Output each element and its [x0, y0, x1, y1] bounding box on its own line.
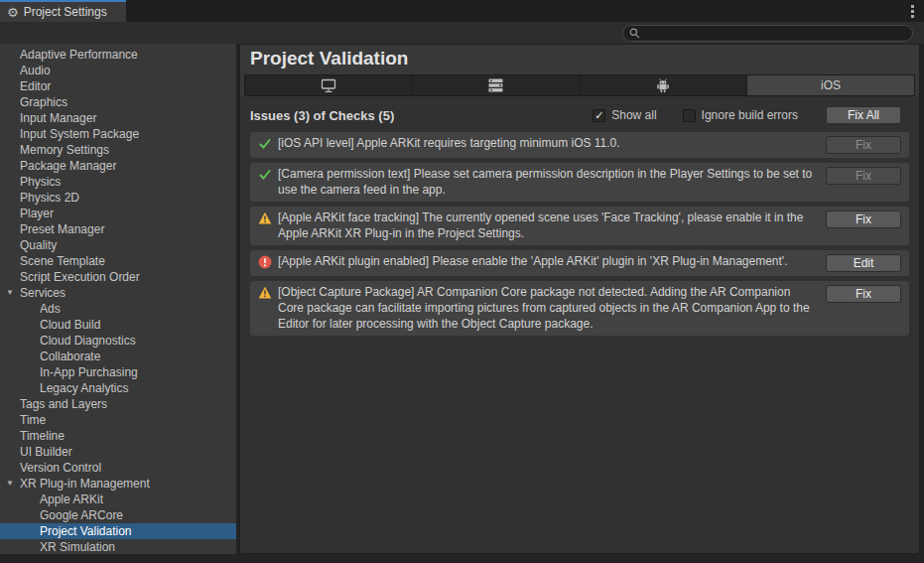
sidebar-item-label: XR Simulation	[40, 540, 115, 554]
sidebar-item-version-control[interactable]: Version Control	[0, 460, 236, 476]
sidebar-item-tags-and-layers[interactable]: Tags and Layers	[0, 396, 236, 412]
sidebar-item-timeline[interactable]: Timeline	[0, 428, 236, 444]
project-settings-window: ⚙ Project Settings Adaptive PerformanceA…	[0, 0, 924, 563]
success-check-icon	[258, 137, 272, 151]
sidebar-item-project-validation[interactable]: Project Validation	[0, 523, 236, 539]
sidebar-item-apple-arkit[interactable]: Apple ARKit	[0, 492, 236, 507]
window-body: Adaptive PerformanceAudioEditorGraphicsI…	[0, 44, 924, 563]
sidebar-item-label: Timeline	[20, 429, 65, 443]
issue-text: [Apple ARKit plugin enabled] Please enab…	[278, 253, 814, 269]
sidebar-item-player[interactable]: Player	[0, 206, 236, 221]
sidebar-item-label: Tags and Layers	[20, 397, 107, 411]
ignore-build-errors-toggle[interactable]: Ignore build errors	[683, 108, 798, 122]
fix-button[interactable]: Fix	[826, 285, 901, 303]
sidebar-item-scene-template[interactable]: Scene Template	[0, 253, 236, 269]
sidebar-item-package-manager[interactable]: Package Manager	[0, 158, 236, 174]
tab-dedicated-server[interactable]	[413, 74, 581, 96]
sidebar-item-label: Project Validation	[40, 524, 132, 538]
sidebar-item-label: Player	[20, 207, 54, 220]
success-check-icon	[258, 168, 272, 182]
fix-button: Fix	[826, 136, 901, 154]
show-all-toggle[interactable]: Show all	[593, 108, 656, 122]
sidebar-item-ads[interactable]: Ads	[0, 301, 236, 317]
sidebar-item-editor[interactable]: Editor	[0, 78, 236, 94]
sidebar-item-label: Input System Package	[20, 127, 139, 141]
fix-button: Fix	[826, 167, 901, 185]
gear-icon: ⚙	[7, 6, 19, 19]
sidebar-item-collaborate[interactable]: Collaborate	[0, 349, 236, 364]
fix-all-button[interactable]: Fix All	[826, 106, 901, 124]
foldout-triangle-icon[interactable]: ▼	[6, 285, 14, 301]
sidebar-item-label: Adaptive Performance	[20, 48, 138, 62]
sidebar-item-label: Legacy Analytics	[40, 381, 128, 395]
sidebar-item-input-system-package[interactable]: Input System Package	[0, 126, 236, 142]
sidebar-item-label: Google ARCore	[40, 508, 123, 522]
sidebar-item-label: XR Plug-in Management	[20, 477, 150, 491]
toolbar	[0, 22, 924, 44]
sidebar-item-input-manager[interactable]: Input Manager	[0, 110, 236, 126]
sidebar-item-cloud-diagnostics[interactable]: Cloud Diagnostics	[0, 333, 236, 349]
pane-header: Project Validation iOS	[240, 45, 919, 96]
window-tab-project-settings[interactable]: ⚙ Project Settings	[0, 0, 126, 22]
settings-sidebar: Adaptive PerformanceAudioEditorGraphicsI…	[0, 44, 236, 554]
sidebar-item-graphics[interactable]: Graphics	[0, 94, 236, 110]
kebab-menu-icon[interactable]	[911, 5, 915, 20]
sidebar-item-services[interactable]: ▼Services	[0, 285, 236, 301]
sidebar-item-physics[interactable]: Physics	[0, 174, 236, 190]
sidebar-item-script-execution-order[interactable]: Script Execution Order	[0, 269, 236, 285]
sidebar-item-preset-manager[interactable]: Preset Manager	[0, 221, 236, 237]
sidebar-item-label: Scene Template	[20, 254, 105, 268]
sidebar-item-label: In-App Purchasing	[40, 365, 138, 379]
sidebar-item-label: Package Manager	[20, 159, 116, 173]
sidebar-item-legacy-analytics[interactable]: Legacy Analytics	[0, 380, 236, 396]
sidebar-item-label: Editor	[20, 79, 51, 93]
sidebar-item-cloud-build[interactable]: Cloud Build	[0, 317, 236, 333]
sidebar-item-ui-builder[interactable]: UI Builder	[0, 444, 236, 460]
issue-row: [Apple ARKit face tracking] The currentl…	[250, 207, 909, 245]
sidebar-item-physics-2d[interactable]: Physics 2D	[0, 190, 236, 206]
sidebar-item-label: Physics	[20, 175, 61, 189]
sidebar-item-label: Graphics	[20, 95, 67, 109]
sidebar-item-label: UI Builder	[20, 445, 72, 459]
sidebar-item-google-arcore[interactable]: Google ARCore	[0, 507, 236, 523]
sidebar-item-xr-plug-in-management[interactable]: ▼XR Plug-in Management	[0, 476, 236, 492]
edit-button[interactable]: Edit	[826, 254, 901, 272]
fix-button[interactable]: Fix	[826, 211, 901, 228]
sidebar-item-label: Ads	[40, 302, 61, 316]
tab-ios-label: iOS	[821, 78, 841, 92]
foldout-triangle-icon[interactable]: ▼	[6, 476, 14, 492]
sidebar-item-label: Quality	[20, 238, 57, 252]
sidebar-item-label: Version Control	[20, 461, 101, 475]
warning-triangle-icon	[258, 286, 272, 300]
sidebar-item-label: Cloud Diagnostics	[40, 334, 136, 348]
sidebar-item-label: Script Execution Order	[20, 270, 140, 284]
monitor-icon	[321, 78, 336, 93]
tab-android[interactable]	[581, 74, 748, 96]
sidebar-item-adaptive-performance[interactable]: Adaptive Performance	[0, 47, 236, 63]
issue-text: [iOS API level] Apple ARKit requires tar…	[278, 135, 814, 151]
warning-triangle-icon	[258, 211, 272, 225]
page-title: Project Validation	[240, 47, 919, 74]
sidebar-item-xr-simulation[interactable]: XR Simulation	[0, 539, 236, 554]
show-all-checkbox[interactable]	[593, 109, 605, 122]
sidebar-item-time[interactable]: Time	[0, 412, 236, 428]
sidebar-item-label: Collaborate	[40, 350, 100, 363]
ignore-build-errors-checkbox[interactable]	[683, 109, 696, 122]
show-all-label: Show all	[611, 108, 656, 122]
sidebar-item-label: Cloud Build	[40, 318, 100, 332]
issue-text: [Apple ARKit face tracking] The currentl…	[278, 210, 814, 241]
tab-ios[interactable]: iOS	[747, 74, 915, 96]
sidebar-item-in-app-purchasing[interactable]: In-App Purchasing	[0, 364, 236, 380]
platform-tabbar: iOS	[244, 74, 915, 96]
sidebar-item-quality[interactable]: Quality	[0, 237, 236, 253]
search-input[interactable]	[622, 25, 913, 42]
sidebar-item-label: Apple ARKit	[40, 493, 103, 506]
issue-row: [iOS API level] Apple ARKit requires tar…	[250, 132, 909, 158]
sidebar-item-audio[interactable]: Audio	[0, 63, 236, 78]
server-icon	[488, 78, 503, 92]
sidebar-item-memory-settings[interactable]: Memory Settings	[0, 142, 236, 158]
tab-standalone[interactable]	[244, 74, 413, 96]
issue-row: [Camera permission text] Please set came…	[250, 163, 909, 202]
issues-title: Issues (3) of Checks (5)	[250, 108, 394, 123]
sidebar-item-label: Audio	[20, 64, 51, 77]
